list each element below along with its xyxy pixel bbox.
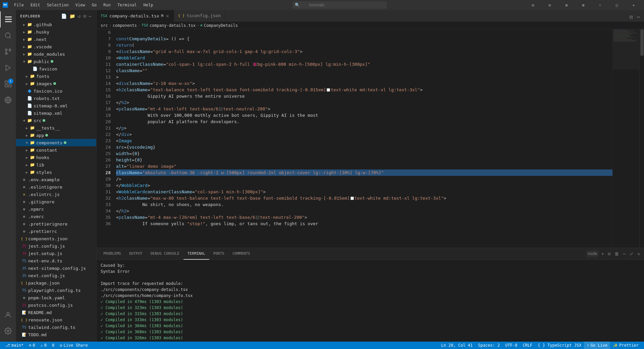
sidebar-item-package-json[interactable]: { } package.json — [16, 279, 96, 287]
sidebar-item-next-sitemap[interactable]: JS next-sitemap.config.js — [16, 264, 96, 272]
activity-search[interactable] — [0, 28, 16, 44]
menu-go[interactable]: Go — [91, 2, 98, 8]
sidebar-item-sitemap0[interactable]: 📄 sitemap-0.xml — [16, 102, 96, 109]
status-go-live[interactable]: ⚡ Go Live — [584, 342, 610, 349]
status-live-share[interactable]: ◎ Live Share — [57, 342, 90, 349]
window-layout-btn2[interactable]: ⊡ — [542, 0, 557, 10]
sidebar-item-postcss[interactable]: JS postcss.config.js — [16, 301, 96, 309]
sidebar-item-next-env[interactable]: TS next-env.d.ts — [16, 257, 96, 264]
sidebar-item-github[interactable]: ▶ 📁 .github — [16, 21, 96, 28]
window-layout-btn3[interactable]: ⊞ — [559, 0, 574, 10]
sidebar-item-constant[interactable]: ▶ 📁 constant — [16, 146, 96, 154]
panel-close-btn[interactable]: ✕ — [636, 250, 641, 258]
status-spaces[interactable]: Spaces: 2 — [475, 342, 502, 349]
menu-view[interactable]: View — [74, 2, 87, 8]
sidebar-item-styles[interactable]: ▶ 📁 styles — [16, 168, 96, 176]
activity-settings[interactable] — [0, 323, 16, 339]
tab-company-details[interactable]: TSX company-details.tsx M ✕ — [97, 10, 174, 21]
status-git-branch[interactable]: ⎇ main* — [3, 342, 26, 349]
sidebar-item-favicon[interactable]: 📄 favicon — [16, 65, 96, 72]
more-editor-btn[interactable]: ⋯ — [635, 12, 641, 21]
breadcrumb-file[interactable]: TSX company-details.tsx — [142, 23, 196, 28]
terminal-split-btn[interactable]: ⊟ — [607, 250, 612, 258]
panel-maximize-btn[interactable]: ⤢ — [628, 250, 635, 258]
breadcrumb-src[interactable]: src — [101, 23, 108, 28]
panel-tab-debug-console[interactable]: DEBUG CONSOLE — [147, 248, 183, 260]
sidebar-item-nvmrc[interactable]: ⊙ .nvmrc — [16, 213, 96, 220]
sidebar-item-app[interactable]: ▶ 📁 app — [16, 132, 96, 139]
panel-tab-terminal[interactable]: TERMINAL — [183, 248, 209, 260]
panel-tab-output[interactable]: OUTPUT — [125, 248, 147, 260]
sidebar-item-npmrc[interactable]: ⊙ .npmrc — [16, 205, 96, 213]
vertical-scrollbar[interactable] — [639, 29, 644, 248]
menu-selection[interactable]: Selection — [46, 2, 70, 8]
sidebar-item-components[interactable]: ▼ 📁 components — [16, 139, 96, 146]
sidebar-item-prettierignore[interactable]: ⊙ .prettierignore — [16, 220, 96, 228]
sidebar-item-vscode[interactable]: ▶ 📁 .vscode — [16, 43, 96, 50]
new-folder-btn[interactable]: 📁 — [69, 13, 76, 19]
menu-terminal[interactable]: Terminal — [116, 2, 138, 8]
window-layout-btn4[interactable]: ⊠ — [576, 0, 591, 10]
sidebar-item-sitemap[interactable]: 📄 sitemap.xml — [16, 109, 96, 117]
new-file-btn[interactable]: 📄 — [60, 13, 67, 19]
breadcrumb-symbol[interactable]: ⊕ CompanyDetails — [200, 23, 238, 28]
refresh-btn[interactable]: ↺ — [77, 13, 81, 19]
split-editor-btn[interactable]: ⊟ — [628, 12, 634, 21]
menu-edit[interactable]: Edit — [29, 2, 42, 8]
search-input[interactable] — [302, 3, 377, 7]
sidebar-item-node-modules[interactable]: ▶ 📁 node_modules — [16, 50, 96, 58]
sidebar-item-public[interactable]: ▼ 📁 public — [16, 58, 96, 65]
panel-tab-ports[interactable]: PORTS — [209, 248, 228, 260]
status-info[interactable]: 0 — [49, 342, 57, 349]
sidebar-item-readme[interactable]: 📝 README.md — [16, 309, 96, 316]
activity-remote[interactable] — [0, 92, 16, 108]
more-btn[interactable]: ⋯ — [88, 13, 92, 19]
status-errors[interactable]: ⊘ 0 — [26, 342, 38, 349]
sidebar-item-tailwind[interactable]: TS tailwind.config.ts — [16, 323, 96, 331]
sidebar-item-eslintignore[interactable]: ⊙ .eslintignore — [16, 183, 96, 191]
code-content[interactable]: const CompanyDetails = () => { return ( … — [113, 29, 612, 248]
sidebar-item-images[interactable]: ▶ 📁 images — [16, 80, 96, 87]
status-cursor-position[interactable]: Ln 28, Col 41 — [438, 342, 475, 349]
breadcrumb-components[interactable]: components — [113, 23, 137, 28]
sidebar-item-fonts[interactable]: ▶ 📁 fonts — [16, 72, 96, 80]
sidebar-item-robots[interactable]: 📄 robots.txt — [16, 95, 96, 102]
sidebar-item-pnpm-lock[interactable]: ⊙ pnpm-lock.yaml — [16, 294, 96, 301]
status-encoding[interactable]: UTF-8 — [502, 342, 520, 349]
activity-run-debug[interactable] — [0, 60, 16, 76]
sidebar-item-lib[interactable]: ▶ 📁 lib — [16, 161, 96, 168]
window-layout-btn[interactable]: ⊟ — [525, 0, 541, 10]
sidebar-item-husky[interactable]: ▶ 📁 .husky — [16, 28, 96, 36]
terminal-content[interactable]: Caused by: Syntax Error Import trace for… — [97, 260, 644, 342]
terminal-add-btn[interactable]: + — [600, 250, 605, 258]
activity-source-control[interactable] — [0, 44, 16, 60]
window-maximize[interactable]: □ — [609, 0, 625, 10]
status-language-mode[interactable]: { } TypeScript JSX — [535, 342, 584, 349]
terminal-more-btn[interactable]: ⋯ — [622, 250, 627, 258]
sidebar-item-src[interactable]: ▼ 📁 src — [16, 117, 96, 124]
sidebar-item-env-example[interactable]: ⊙ .env.example — [16, 176, 96, 183]
terminal-kill-btn[interactable]: 🗑 — [613, 250, 620, 258]
activity-extensions[interactable]: 1 — [0, 76, 16, 92]
menu-run[interactable]: Run — [102, 2, 112, 8]
sidebar-item-next[interactable]: ▶ 📁 .next — [16, 36, 96, 43]
sidebar-item-components-json[interactable]: { } components.json — [16, 235, 96, 242]
sidebar-item-gitignore[interactable]: ⊙ .gitignore — [16, 198, 96, 205]
sidebar-item-hooks[interactable]: ▶ 📁 hooks — [16, 154, 96, 161]
activity-accounts[interactable] — [0, 307, 16, 323]
tab-close-btn[interactable]: ✕ — [165, 12, 169, 19]
tab-tsconfig[interactable]: { } tsconfig.json — [174, 10, 225, 21]
window-close[interactable]: ✕ — [626, 0, 641, 10]
panel-tab-problems[interactable]: PROBLEMS — [99, 248, 125, 260]
sidebar-item-playwright[interactable]: TS playwright.config.ts — [16, 287, 96, 294]
status-line-ending[interactable]: CRLF — [520, 342, 535, 349]
status-warnings[interactable]: ⚠ 0 — [38, 342, 49, 349]
panel-tab-comments[interactable]: COMMENTS — [228, 248, 254, 260]
activity-explorer[interactable] — [0, 11, 16, 28]
sidebar-item-renovate[interactable]: { } renovate.json — [16, 316, 96, 323]
sidebar-item-tests[interactable]: ▶ 📁 __tests__ — [16, 124, 96, 132]
sidebar-item-jest-config[interactable]: JS jest.config.js — [16, 242, 96, 250]
sidebar-item-next-config[interactable]: JS next.config.js — [16, 272, 96, 279]
status-prettier[interactable]: ✨ Prettier — [610, 342, 641, 349]
sidebar-item-favicon-ico[interactable]: 🔷 favicon.ico — [16, 87, 96, 95]
